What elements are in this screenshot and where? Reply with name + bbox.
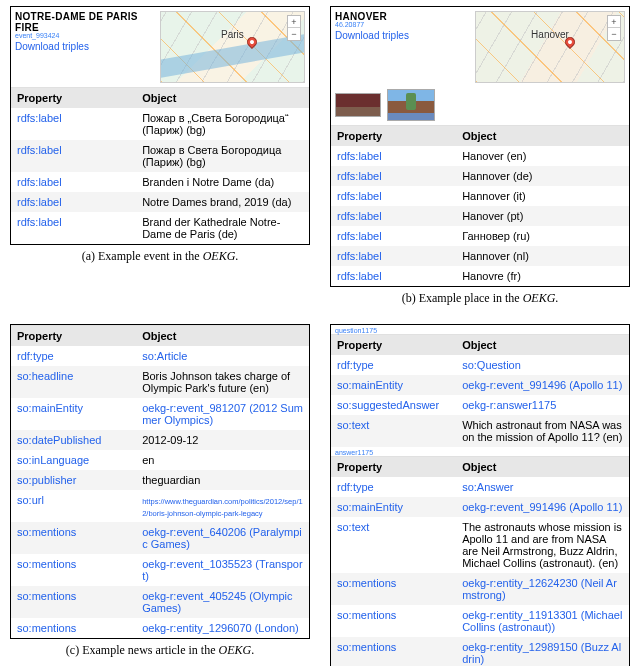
panel-subtitle: 46.20877 [335, 21, 475, 28]
property-cell[interactable]: so:mentions [337, 577, 396, 589]
property-cell[interactable]: rdfs:label [337, 150, 382, 162]
download-triples-link[interactable]: Download triples [335, 30, 409, 41]
caption-a: (a) Example event in the OEKG. [82, 249, 239, 264]
col-property: Property [331, 457, 456, 478]
table-row: rdfs:labelHanover (en) [331, 146, 629, 166]
object-cell[interactable]: oekg-r:event_405245 (Olympic Games) [142, 590, 292, 614]
property-cell[interactable]: rdfs:label [17, 196, 62, 208]
object-cell[interactable]: oekg-r:event_1035523 (Transport) [142, 558, 302, 582]
panel-question: question1175 Property Object rdf:typeso:… [330, 324, 630, 666]
properties-table: Property Object rdf:typeso:Articleso:hea… [11, 325, 309, 638]
property-cell[interactable]: rdfs:label [17, 144, 62, 156]
property-cell[interactable]: rdf:type [337, 359, 374, 371]
property-cell[interactable]: rdf:type [337, 481, 374, 493]
object-cell: Пожар в Света Богородица (Париж) (bg) [142, 144, 281, 168]
property-cell[interactable]: so:mentions [337, 609, 396, 621]
question-id: question1175 [331, 325, 629, 334]
property-cell[interactable]: rdf:type [17, 350, 54, 362]
property-cell[interactable]: so:suggestedAnswer [337, 399, 439, 411]
table-row: rdfs:labelHannover (it) [331, 186, 629, 206]
property-cell[interactable]: so:publisher [17, 474, 76, 486]
zoom-in-icon: + [608, 16, 620, 28]
col-property: Property [331, 335, 456, 356]
object-cell[interactable]: oekg-r:event_981207 (2012 Summer Olympic… [142, 402, 303, 426]
property-cell[interactable]: so:mainEntity [337, 379, 403, 391]
object-cell[interactable]: so:Question [462, 359, 521, 371]
object-cell: Hannover (nl) [462, 250, 529, 262]
map-paris[interactable]: Paris +− [160, 11, 305, 83]
property-cell[interactable]: rdfs:label [337, 270, 382, 282]
col-property: Property [331, 126, 456, 147]
property-cell[interactable]: so:datePublished [17, 434, 101, 446]
property-cell[interactable]: so:mainEntity [337, 501, 403, 513]
table-row: so:mentionsoekg-r:event_405245 (Olympic … [11, 586, 309, 618]
property-cell[interactable]: so:mentions [17, 558, 76, 570]
property-cell[interactable]: so:mentions [17, 526, 76, 538]
property-cell[interactable]: rdfs:label [17, 216, 62, 228]
download-triples-link[interactable]: Download triples [15, 41, 89, 52]
property-cell[interactable]: so:inLanguage [17, 454, 89, 466]
property-cell[interactable]: rdfs:label [337, 250, 382, 262]
object-cell[interactable]: https://www.theguardian.com/politics/201… [142, 497, 303, 518]
property-cell[interactable]: so:mentions [17, 590, 76, 602]
thumbnail-image[interactable] [387, 89, 435, 121]
object-cell[interactable]: oekg-r:entity_11913301 (Michael Collins … [462, 609, 622, 633]
table-row: rdfs:labelBrand der Kathedrale Notre-Dam… [11, 212, 309, 244]
property-cell[interactable]: so:mentions [17, 622, 76, 634]
zoom-control[interactable]: +− [287, 15, 301, 41]
property-cell[interactable]: rdfs:label [17, 112, 62, 124]
object-cell[interactable]: oekg-r:entity_12989150 (Buzz Aldrin) [462, 641, 621, 665]
property-cell[interactable]: so:headline [17, 370, 73, 382]
object-cell[interactable]: oekg-r:answer1175 [462, 399, 556, 411]
properties-table-question: Property Object rdf:typeso:Questionso:ma… [331, 334, 629, 447]
panel-title: NOTRE-DAME DE PARIS FIRE [15, 11, 160, 33]
object-cell[interactable]: so:Answer [462, 481, 513, 493]
object-cell[interactable]: oekg-r:entity_1296070 (London) [142, 622, 299, 634]
property-cell[interactable]: so:mainEntity [17, 402, 83, 414]
property-cell[interactable]: rdfs:label [337, 230, 382, 242]
panel-article: Property Object rdf:typeso:Articleso:hea… [10, 324, 310, 639]
table-row: rdfs:labelГанновер (ru) [331, 226, 629, 246]
object-cell[interactable]: oekg-r:entity_12624230 (Neil Armstrong) [462, 577, 617, 601]
map-hanover[interactable]: Hanover +− [475, 11, 625, 83]
table-row: rdf:typeso:Answer [331, 477, 629, 497]
object-cell: Hannover (de) [462, 170, 532, 182]
thumbnail-row [331, 87, 629, 125]
table-row: so:mentionsoekg-r:entity_11913301 (Micha… [331, 605, 629, 637]
zoom-control[interactable]: +− [607, 15, 621, 41]
property-cell[interactable]: so:mentions [337, 641, 396, 653]
table-row: so:mentionsoekg-r:entity_12624230 (Neil … [331, 573, 629, 605]
caption-b: (b) Example place in the OEKG. [402, 291, 559, 306]
object-cell[interactable]: so:Article [142, 350, 187, 362]
panel-place: HANOVER 46.20877 Download triples Hanove… [330, 6, 630, 287]
object-cell: Which astronaut from NASA was on the mis… [462, 419, 622, 443]
property-cell[interactable]: rdfs:label [337, 190, 382, 202]
object-cell: Notre Dames brand, 2019 (da) [142, 196, 291, 208]
table-row: rdfs:labelПожар в Света Богородица (Пари… [11, 140, 309, 172]
property-cell[interactable]: rdfs:label [17, 176, 62, 188]
property-cell[interactable]: so:text [337, 521, 369, 533]
object-cell[interactable]: oekg-r:event_991496 (Apollo 11) [462, 501, 622, 513]
map-label: Hanover [531, 29, 569, 40]
thumbnail-image[interactable] [335, 93, 381, 117]
table-row: rdfs:labelHannover (nl) [331, 246, 629, 266]
properties-table: Property Object rdfs:labelПожар в „Света… [11, 87, 309, 244]
properties-table-answer: Property Object rdf:typeso:Answerso:main… [331, 456, 629, 666]
object-cell: Hanover (en) [462, 150, 526, 162]
panel-subtitle: event_993424 [15, 32, 160, 39]
table-row: rdfs:labelHanover (pt) [331, 206, 629, 226]
table-row: so:mentionsoekg-r:event_640206 (Paralymp… [11, 522, 309, 554]
table-row: so:textWhich astronaut from NASA was on … [331, 415, 629, 447]
object-cell: Пожар в „Света Богородица“ (Париж) (bg) [142, 112, 288, 136]
panel-event: NOTRE-DAME DE PARIS FIRE event_993424 Do… [10, 6, 310, 245]
zoom-out-icon: − [288, 28, 300, 40]
object-cell[interactable]: oekg-r:event_991496 (Apollo 11) [462, 379, 622, 391]
object-cell: en [142, 454, 154, 466]
property-cell[interactable]: so:url [17, 494, 44, 506]
property-cell[interactable]: so:text [337, 419, 369, 431]
object-cell[interactable]: oekg-r:event_640206 (Paralympic Games) [142, 526, 302, 550]
caption-c: (c) Example news article in the OEKG. [66, 643, 254, 658]
property-cell[interactable]: rdfs:label [337, 170, 382, 182]
property-cell[interactable]: rdfs:label [337, 210, 382, 222]
col-object: Object [456, 126, 629, 147]
